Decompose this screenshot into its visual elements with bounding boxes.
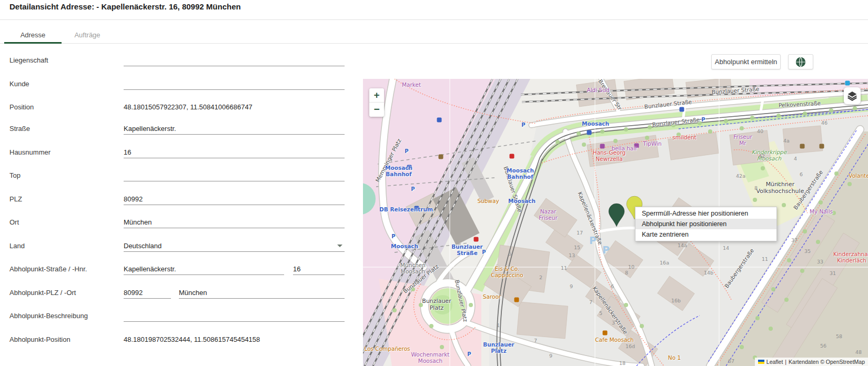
bus-stop-icon (415, 206, 419, 211)
strasse-input[interactable] (124, 124, 345, 135)
attribution-separator: | (785, 359, 786, 365)
ukraine-flag-icon (758, 360, 764, 364)
tab-auftraege[interactable]: Aufträge (62, 28, 113, 44)
bus-stop-icon (680, 107, 684, 112)
bus-stop-icon (407, 165, 412, 170)
field-label: Ort (9, 218, 19, 226)
form-row: Top (0, 169, 347, 183)
field-label: Position (9, 103, 34, 111)
field-label: Liegenschaft (9, 56, 48, 64)
form-row: PLZ (0, 193, 347, 207)
chevron-down-icon[interactable] (337, 245, 342, 247)
position-value: 48.18015057922307, 11.50841006686747 (124, 103, 253, 111)
context-menu-item[interactable]: Karte zentrieren (635, 229, 776, 240)
context-menu-item[interactable]: Abholpunkt hier positionieren (635, 219, 776, 229)
layers-icon (847, 90, 857, 101)
field-label: Land (9, 242, 25, 250)
globe-button[interactable] (788, 54, 813, 69)
form-row: Abholpunkt-Beschreibung (0, 310, 347, 323)
pharmacy-icon (474, 237, 479, 242)
ort-input[interactable] (124, 217, 345, 228)
field-label: Kunde (9, 80, 29, 88)
form-row: Abholpunkt-Position 48.180198702532444, … (0, 333, 347, 347)
map[interactable]: Bunzlauer StraßeBunzlauer StraßeBunzlaue… (363, 79, 868, 366)
hausnummer-input[interactable] (124, 147, 345, 158)
map-attribution: Leaflet | Kartendaten © OpenStreetMap (755, 358, 868, 366)
poi-icon (820, 144, 824, 149)
map-context-menu: Sperrmüll-Adresse hier positionierenAbho… (635, 207, 777, 241)
restaurant-icon (603, 331, 608, 336)
zoom-control: + − (369, 88, 384, 117)
field-label: Abholpunkt-Beschreibung (9, 312, 88, 320)
attribution-leaflet[interactable]: Leaflet (766, 359, 783, 365)
shop-icon (514, 298, 519, 302)
abholpunkt-position-value: 48.180198702532444, 11.508615745454158 (124, 336, 260, 343)
form-row: Abholpunkt-Straße / -Hnr. (0, 263, 347, 277)
form-row: Land (0, 240, 347, 253)
bus-stop-icon (587, 130, 592, 135)
abholpunkt-strasse-input[interactable] (124, 264, 284, 275)
zoom-in-button[interactable]: + (369, 88, 384, 103)
liegenschaft-input[interactable] (124, 55, 345, 66)
form-row: Hausnummer (0, 146, 347, 160)
field-label: Straße (9, 125, 30, 133)
abholpunkt-beschreibung-input[interactable] (124, 311, 345, 322)
form-row: Kunde (0, 78, 347, 92)
top-input[interactable] (124, 170, 345, 181)
context-menu-item[interactable]: Sperrmüll-Adresse hier positionieren (635, 208, 776, 219)
form-row: Ort (0, 216, 347, 230)
abholpunkt-plz-input[interactable] (124, 288, 171, 299)
divider (0, 19, 868, 20)
form-row: Liegenschaft (0, 54, 347, 68)
shop-icon (600, 144, 605, 149)
globe-icon (795, 56, 806, 68)
tab-adresse[interactable]: Adresse (4, 28, 62, 44)
cafe-icon (439, 155, 443, 159)
form-row: Position 48.18015057922307, 11.508410066… (0, 101, 347, 115)
shop-icon (634, 144, 639, 148)
field-label: PLZ (9, 195, 22, 203)
abholpunkt-ort-input[interactable] (179, 288, 345, 299)
field-label: Abholpunkt-Position (9, 336, 70, 343)
plz-input[interactable] (124, 194, 345, 205)
abholpunkt-ermitteln-button[interactable]: Abholpunkt ermitteln (711, 54, 781, 69)
field-label: Hausnummer (9, 148, 51, 156)
field-label: Abholpunkt-PLZ / -Ort (9, 289, 76, 297)
bus-stop-icon (437, 118, 442, 123)
layers-control[interactable] (844, 87, 861, 104)
poi-icon (845, 81, 850, 86)
land-select[interactable] (124, 241, 345, 252)
field-label: Top (9, 171, 21, 179)
zoom-out-button[interactable]: − (369, 103, 384, 117)
tab-bar: Adresse Aufträge (0, 28, 868, 44)
form-row: Straße (0, 123, 347, 136)
abholpunkt-hausnummer-input[interactable] (293, 264, 345, 275)
attribution-credit[interactable]: Kartendaten © OpenStreetMap (789, 359, 865, 365)
page-title: Detailansicht Adresse: - Kapellenäckerst… (9, 2, 241, 11)
kunde-input[interactable] (124, 79, 345, 90)
pharmacy-icon (510, 154, 514, 159)
field-label: Abholpunkt-Straße / -Hnr. (9, 265, 87, 273)
poi-icon (800, 144, 805, 149)
form-row: Abholpunkt-PLZ / -Ort (0, 287, 347, 300)
